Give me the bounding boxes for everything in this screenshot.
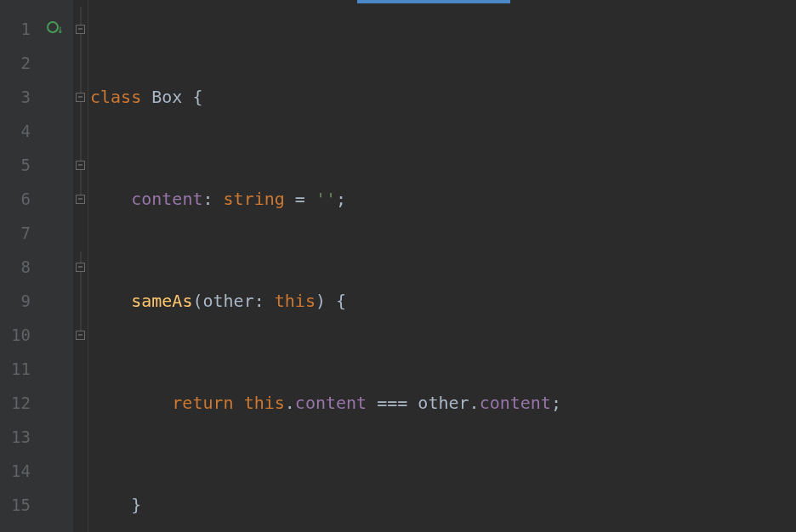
- line-number: 9: [0, 284, 36, 318]
- fold-gutter: [73, 0, 88, 532]
- code-area[interactable]: class Box { content: string = ''; sameAs…: [88, 0, 796, 532]
- line-number: 11: [0, 352, 36, 386]
- fold-end-icon[interactable]: [76, 161, 85, 170]
- code-line[interactable]: return this.content === other.content;: [90, 386, 796, 420]
- line-number: 10: [0, 318, 36, 352]
- line-number-gutter: 1 2 3 4 5 6 7 8 9 10 11 12 13 14 15: [0, 0, 36, 532]
- fold-end-icon[interactable]: [76, 195, 85, 204]
- line-number: 3: [0, 80, 36, 114]
- line-number: 5: [0, 148, 36, 182]
- line-number: 7: [0, 216, 36, 250]
- line-number: 1: [0, 12, 36, 46]
- line-number: 15: [0, 488, 36, 522]
- code-line[interactable]: sameAs(other: this) {: [90, 284, 796, 318]
- line-number: 12: [0, 386, 36, 420]
- fold-toggle-icon[interactable]: [76, 93, 85, 102]
- fold-toggle-icon[interactable]: [76, 263, 85, 272]
- code-line[interactable]: content: string = '';: [90, 182, 796, 216]
- implements-navigation-icon[interactable]: ↓: [47, 21, 62, 37]
- line-number: 2: [0, 46, 36, 80]
- line-number: 4: [0, 114, 36, 148]
- code-line[interactable]: }: [90, 488, 796, 522]
- line-number: 8: [0, 250, 36, 284]
- gutter-icon-column: ↓: [36, 0, 73, 532]
- code-editor[interactable]: 1 2 3 4 5 6 7 8 9 10 11 12 13 14 15 ↓: [0, 0, 796, 532]
- fold-toggle-icon[interactable]: [76, 25, 85, 34]
- line-number: 14: [0, 454, 36, 488]
- fold-end-icon[interactable]: [76, 331, 85, 340]
- code-line[interactable]: class Box {: [90, 80, 796, 114]
- line-number: 13: [0, 420, 36, 454]
- line-number: 6: [0, 182, 36, 216]
